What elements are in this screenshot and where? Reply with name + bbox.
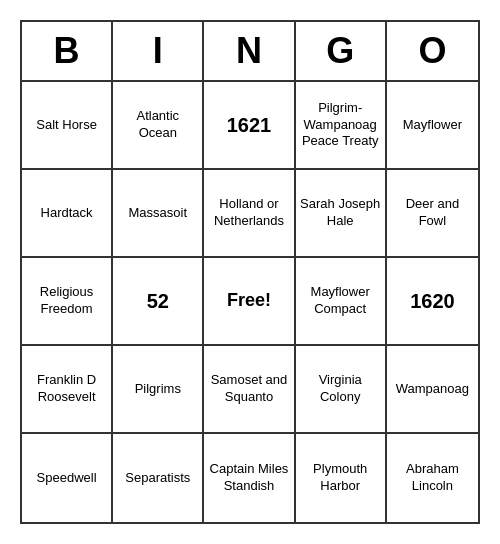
header-letter-i: I — [113, 22, 204, 80]
bingo-cell-6: Massasoit — [113, 170, 204, 258]
bingo-cell-24: Abraham Lincoln — [387, 434, 478, 522]
bingo-cell-21: Separatists — [113, 434, 204, 522]
bingo-cell-18: Virginia Colony — [296, 346, 387, 434]
bingo-cell-7: Holland or Netherlands — [204, 170, 295, 258]
bingo-cell-23: Plymouth Harbor — [296, 434, 387, 522]
bingo-cell-5: Hardtack — [22, 170, 113, 258]
bingo-card: BINGO Salt HorseAtlantic Ocean1621Pilgri… — [20, 20, 480, 524]
bingo-cell-19: Wampanoag — [387, 346, 478, 434]
bingo-cell-4: Mayflower — [387, 82, 478, 170]
bingo-cell-20: Speedwell — [22, 434, 113, 522]
bingo-cell-9: Deer and Fowl — [387, 170, 478, 258]
bingo-cell-0: Salt Horse — [22, 82, 113, 170]
bingo-grid: Salt HorseAtlantic Ocean1621Pilgrim-Wamp… — [22, 82, 478, 522]
bingo-cell-17: Samoset and Squanto — [204, 346, 295, 434]
bingo-cell-2: 1621 — [204, 82, 295, 170]
header-letter-o: O — [387, 22, 478, 80]
bingo-cell-15: Franklin D Roosevelt — [22, 346, 113, 434]
header-letter-b: B — [22, 22, 113, 80]
bingo-header: BINGO — [22, 22, 478, 82]
bingo-cell-16: Pilgrims — [113, 346, 204, 434]
bingo-cell-10: Religious Freedom — [22, 258, 113, 346]
bingo-cell-22: Captain Miles Standish — [204, 434, 295, 522]
bingo-cell-14: 1620 — [387, 258, 478, 346]
bingo-cell-1: Atlantic Ocean — [113, 82, 204, 170]
bingo-cell-11: 52 — [113, 258, 204, 346]
header-letter-g: G — [296, 22, 387, 80]
bingo-cell-12: Free! — [204, 258, 295, 346]
bingo-cell-3: Pilgrim-Wampanoag Peace Treaty — [296, 82, 387, 170]
bingo-cell-8: Sarah Joseph Hale — [296, 170, 387, 258]
bingo-cell-13: Mayflower Compact — [296, 258, 387, 346]
header-letter-n: N — [204, 22, 295, 80]
